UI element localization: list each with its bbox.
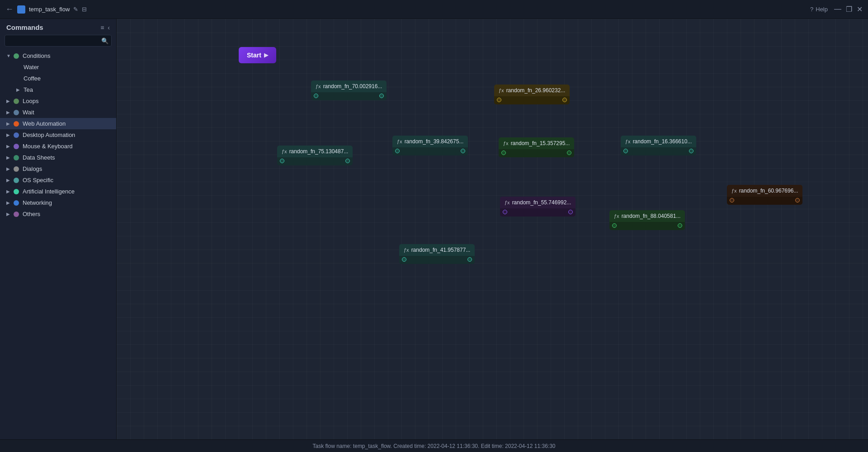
port-out[interactable]	[568, 210, 573, 214]
fn-label: random_fn_75.130487...	[289, 148, 349, 155]
expand-icon: ▶	[6, 121, 11, 126]
sidebar-item-others[interactable]: ▶Others	[0, 208, 116, 220]
fn-node[interactable]: ƒx random_fn_70.002916...	[311, 80, 387, 100]
item-color-dot	[14, 132, 19, 138]
help-label: Help	[816, 6, 828, 13]
fn-node[interactable]: ƒx random_fn_55.746992...	[500, 197, 576, 217]
start-node[interactable]: Start ▶	[239, 47, 276, 63]
node-fn8[interactable]: ƒx random_fn_88.040581...	[609, 210, 685, 230]
item-label: Networking	[23, 199, 52, 206]
sidebar-item-ai[interactable]: ▶Artificial Intelligence	[0, 186, 116, 197]
port-out[interactable]	[461, 149, 465, 153]
item-color-dot	[14, 166, 19, 172]
fn-node[interactable]: ƒx random_fn_88.040581...	[609, 210, 685, 230]
node-fn9[interactable]: ƒx random_fn_60.967696...	[727, 185, 802, 205]
sidebar-item-data-sheets[interactable]: ▶Data Sheets	[0, 152, 116, 163]
fn-label: random_fn_41.957877...	[411, 247, 471, 253]
node-fn5[interactable]: ƒx random_fn_15.357295...	[499, 137, 574, 157]
sidebar-list: ▼ConditionsWaterCoffee▶Tea▶Loops▶Wait▶We…	[0, 50, 116, 439]
port-in[interactable]	[503, 210, 507, 214]
node-start[interactable]: Start ▶	[239, 47, 276, 63]
sidebar-item-desktop-automation[interactable]: ▶Desktop Automation	[0, 129, 116, 141]
sidebar-item-dialogs[interactable]: ▶Dialogs	[0, 163, 116, 174]
port-in[interactable]	[730, 198, 734, 202]
back-button[interactable]: ←	[5, 5, 14, 14]
sidebar-item-conditions[interactable]: ▼Conditions	[0, 50, 116, 61]
node-fn10[interactable]: ƒx random_fn_41.957877...	[399, 244, 475, 264]
fn-node[interactable]: ƒx random_fn_15.357295...	[499, 137, 574, 157]
node-fn2[interactable]: ƒx random_fn_26.960232...	[494, 85, 570, 104]
canvas[interactable]: Start ▶ ƒx random_fn_70.002916... ƒx ran…	[117, 19, 868, 439]
node-fn1[interactable]: ƒx random_fn_70.002916...	[311, 80, 387, 100]
sidebar-item-os-specific[interactable]: ▶OS Specific	[0, 174, 116, 186]
port-in[interactable]	[501, 151, 506, 155]
sidebar-item-coffee[interactable]: Coffee	[0, 73, 116, 84]
node-fn3[interactable]: ƒx random_fn_75.130487...	[277, 146, 353, 165]
edit-icon[interactable]: ✎	[73, 6, 78, 13]
node-fn7[interactable]: ƒx random_fn_55.746992...	[500, 197, 576, 217]
port-in[interactable]	[395, 149, 400, 153]
minimize-button[interactable]: —	[834, 5, 841, 14]
sidebar-item-mouse-keyboard[interactable]: ▶Mouse & Keyboard	[0, 141, 116, 152]
node-fn6[interactable]: ƒx random_fn_16.366610...	[621, 136, 696, 155]
fn-label: random_fn_88.040581...	[622, 213, 681, 219]
fn-node[interactable]: ƒx random_fn_75.130487...	[277, 146, 353, 165]
main: Commands ≡ ‹ 🔍 ▼ConditionsWaterCoffee▶Te…	[0, 19, 868, 439]
fn-node[interactable]: ƒx random_fn_16.366610...	[621, 136, 696, 155]
port-in[interactable]	[612, 223, 617, 228]
fn-fx-icon: ƒx	[505, 200, 510, 205]
port-in[interactable]	[280, 159, 284, 163]
start-arrow-icon: ▶	[264, 52, 268, 58]
restore-button[interactable]: ❐	[846, 5, 852, 14]
expand-icon: ▶	[6, 132, 11, 137]
fn-node[interactable]: ƒx random_fn_41.957877...	[399, 244, 475, 264]
fn-fx-icon: ƒx	[614, 213, 619, 219]
fn-label: random_fn_70.002916...	[323, 83, 382, 89]
sidebar-title: Commands	[6, 24, 43, 31]
sidebar-item-tea[interactable]: ▶Tea	[0, 84, 116, 95]
topbar: ← temp_task_flow ✎ ⊟ ? Help — ❐ ✕	[0, 0, 868, 19]
sidebar-item-loops[interactable]: ▶Loops	[0, 95, 116, 107]
expand-icon: ▶	[6, 99, 11, 104]
port-out[interactable]	[678, 223, 682, 228]
fn-label: random_fn_55.746992...	[512, 199, 571, 206]
fn-node[interactable]: ƒx random_fn_39.842675...	[392, 136, 468, 155]
collapse-sidebar-icon[interactable]: ‹	[108, 24, 110, 31]
sidebar-item-networking[interactable]: ▶Networking	[0, 197, 116, 208]
port-out[interactable]	[562, 98, 567, 102]
fn-label: random_fn_15.357295...	[511, 140, 570, 146]
sidebar-item-water[interactable]: Water	[0, 61, 116, 73]
port-in[interactable]	[314, 94, 318, 98]
item-color-dot	[14, 121, 19, 127]
fn-node[interactable]: ƒx random_fn_60.967696...	[727, 185, 802, 205]
expand-icon: ▶	[6, 212, 11, 217]
expand-icon: ▶	[6, 110, 11, 115]
help-button[interactable]: ? Help	[810, 6, 828, 13]
fn-fx-icon: ƒx	[397, 139, 402, 144]
sidebar-header: Commands ≡ ‹	[0, 19, 116, 35]
item-label: Data Sheets	[23, 154, 55, 161]
port-out[interactable]	[795, 198, 800, 202]
save-icon[interactable]: ⊟	[82, 6, 87, 13]
item-label: Water	[24, 64, 39, 71]
port-in[interactable]	[623, 149, 628, 153]
sidebar-item-web-automation[interactable]: ▶Web Automation	[0, 118, 116, 129]
fn-label: random_fn_39.842675...	[405, 138, 464, 145]
port-out[interactable]	[689, 149, 693, 153]
port-out[interactable]	[467, 257, 472, 262]
search-input[interactable]	[5, 35, 112, 47]
port-out[interactable]	[567, 151, 571, 155]
node-fn4[interactable]: ƒx random_fn_39.842675...	[392, 136, 468, 155]
fn-node[interactable]: ƒx random_fn_26.960232...	[494, 85, 570, 104]
port-in[interactable]	[497, 98, 501, 102]
topbar-right: ? Help — ❐ ✕	[810, 5, 863, 14]
port-out[interactable]	[379, 94, 384, 98]
port-out[interactable]	[345, 159, 350, 163]
sidebar-item-wait[interactable]: ▶Wait	[0, 107, 116, 118]
item-label: Dialogs	[23, 165, 42, 172]
item-label: Desktop Automation	[23, 132, 75, 138]
port-in[interactable]	[402, 257, 406, 262]
close-button[interactable]: ✕	[857, 5, 863, 14]
item-color-dot	[14, 155, 19, 160]
list-view-icon[interactable]: ≡	[100, 24, 104, 31]
